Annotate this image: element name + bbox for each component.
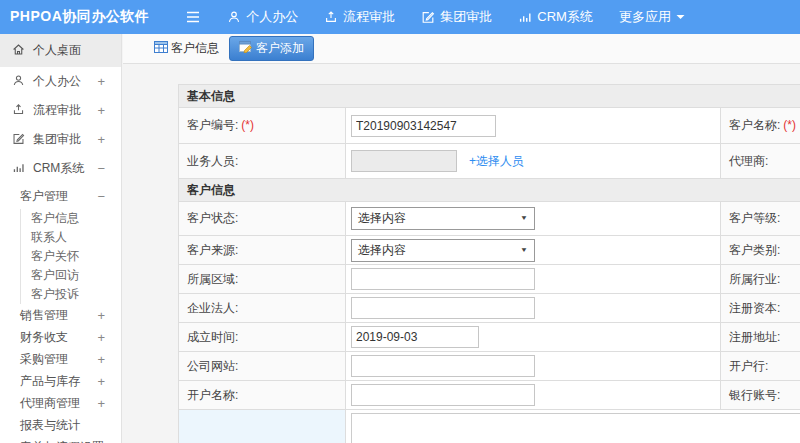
edit-icon <box>12 132 25 148</box>
label-registered-address: 注册地址: <box>721 323 800 352</box>
label-customer-code: 客户编号:(*) <box>179 108 346 144</box>
label-customer-name: 客户名称:(*) <box>721 108 800 144</box>
legal-person-input[interactable] <box>351 297 535 319</box>
collapse-icon[interactable]: − <box>97 189 105 204</box>
section-customer-info: 客户信息 <box>179 179 800 202</box>
edit-icon <box>421 10 435 24</box>
tab-customer-info[interactable]: 客户信息 <box>148 37 225 60</box>
label-bank: 开户行: <box>721 352 800 381</box>
sidebar-item-group-approval[interactable]: 集团审批 + <box>0 125 121 154</box>
caret-down-icon: ▼ <box>520 215 528 222</box>
collapse-icon[interactable]: − <box>97 161 105 176</box>
sidebar: 个人桌面 个人办公 + 流程审批 + 集团审批 + CRM系统 − 客户管理 −… <box>0 34 122 443</box>
founded-date-input[interactable] <box>351 326 479 348</box>
expand-icon[interactable]: + <box>97 374 105 389</box>
user-icon <box>12 74 25 90</box>
expand-icon[interactable]: + <box>97 396 105 411</box>
section-basic-info: 基本信息 <box>179 85 800 108</box>
tab-customer-add[interactable]: 客户添加 <box>229 36 314 61</box>
required-mark: (*) <box>241 118 254 132</box>
main-content: 客户信息 客户添加 基本信息 客户编号:(*) 客户名称:(*) 业务人员: +… <box>123 34 800 443</box>
nav-process-approval[interactable]: 流程审批 <box>324 8 395 26</box>
sidebar-item-agent-mgmt[interactable]: 代理商管理 + <box>0 392 121 414</box>
home-icon <box>12 43 25 59</box>
add-page-icon <box>239 41 253 56</box>
account-name-input[interactable] <box>351 384 535 406</box>
label-agent: 代理商: <box>721 144 800 179</box>
expand-icon[interactable]: + <box>97 132 105 147</box>
note-textarea[interactable] <box>351 413 800 443</box>
choose-person-link[interactable]: +选择人员 <box>469 154 524 168</box>
nav-group-approval[interactable]: 集团审批 <box>421 8 492 26</box>
label-region: 所属区域: <box>179 265 346 294</box>
label-founded-date: 成立时间: <box>179 323 346 352</box>
sidebar-item-reports-stats[interactable]: 报表与统计 <box>0 414 121 436</box>
customer-status-select[interactable]: 选择内容▼ <box>351 207 535 230</box>
tab-bar: 客户信息 客户添加 <box>123 34 800 64</box>
label-customer-grade: 客户等级: <box>721 202 800 236</box>
sidebar-item-customer-mgmt[interactable]: 客户管理 − <box>0 183 121 209</box>
sidebar-item-customer-revisit[interactable]: 客户回访 <box>31 266 121 285</box>
nav-crm-system[interactable]: CRM系统 <box>518 8 593 26</box>
expand-icon[interactable]: + <box>97 308 105 323</box>
customer-mgmt-children: 客户信息 联系人 客户关怀 客户回访 客户投诉 <box>20 209 121 304</box>
nav-personal-office[interactable]: 个人办公 <box>227 8 298 26</box>
customer-add-form: 基本信息 客户编号:(*) 客户名称:(*) 业务人员: +选择人员 代理商: … <box>178 84 800 443</box>
sidebar-item-purchase-mgmt[interactable]: 采购管理 + <box>0 348 121 370</box>
customer-code-input[interactable] <box>351 115 496 137</box>
expand-icon[interactable]: + <box>97 103 105 118</box>
sidebar-item-personal-office[interactable]: 个人办公 + <box>0 67 121 96</box>
label-customer-source: 客户来源: <box>179 236 346 265</box>
sidebar-item-finance[interactable]: 财务收支 + <box>0 326 121 348</box>
sidebar-item-desktop[interactable]: 个人桌面 <box>0 34 121 67</box>
top-header: PHPOA协同办公软件 个人办公 流程审批 集团审批 CRM系统 更多应用 <box>0 0 800 34</box>
nav-more-apps[interactable]: 更多应用 <box>619 8 685 26</box>
label-note <box>179 410 346 443</box>
expand-icon[interactable]: + <box>97 74 105 89</box>
label-legal-person: 企业法人: <box>179 294 346 323</box>
label-customer-status: 客户状态: <box>179 202 346 236</box>
website-input[interactable] <box>351 355 535 377</box>
customer-source-select[interactable]: 选择内容▼ <box>351 239 535 262</box>
label-customer-category: 客户类别: <box>721 236 800 265</box>
label-industry: 所属行业: <box>721 265 800 294</box>
caret-down-icon: ▼ <box>520 246 528 253</box>
crm-sibling-list: 销售管理 + 财务收支 + 采购管理 + 产品与库存 + 代理商管理 + 报表与… <box>0 304 121 443</box>
app-logo: PHPOA协同办公软件 <box>10 8 149 26</box>
user-icon <box>227 10 241 24</box>
sidebar-item-crm-system[interactable]: CRM系统 − <box>0 154 121 183</box>
sidebar-item-product-inventory[interactable]: 产品与库存 + <box>0 370 121 392</box>
region-input[interactable] <box>351 268 535 290</box>
label-bank-account: 银行账号: <box>721 381 800 410</box>
sales-person-input <box>351 150 457 172</box>
header-nav: 个人办公 流程审批 集团审批 CRM系统 更多应用 <box>201 8 685 26</box>
hamburger-menu-icon[interactable] <box>185 10 201 24</box>
label-registered-capital: 注册资本: <box>721 294 800 323</box>
sidebar-item-customer-care[interactable]: 客户关怀 <box>31 247 121 266</box>
expand-icon[interactable]: + <box>97 352 105 367</box>
label-sales-person: 业务人员: <box>179 144 346 179</box>
sidebar-item-contacts[interactable]: 联系人 <box>31 228 121 247</box>
table-icon <box>154 41 168 56</box>
sidebar-item-form-flow-settings[interactable]: 表单与流程设置+ <box>0 436 121 443</box>
sidebar-item-customer-complaint[interactable]: 客户投诉 <box>31 285 121 304</box>
share-icon <box>12 103 25 119</box>
sidebar-item-process-approval[interactable]: 流程审批 + <box>0 96 121 125</box>
expand-icon[interactable]: + <box>97 330 105 345</box>
required-mark: (*) <box>783 118 796 132</box>
caret-down-icon <box>676 14 685 20</box>
sidebar-item-customer-info[interactable]: 客户信息 <box>31 209 121 228</box>
chart-icon <box>518 10 532 24</box>
label-account-name: 开户名称: <box>179 381 346 410</box>
share-icon <box>324 10 338 24</box>
label-website: 公司网站: <box>179 352 346 381</box>
sidebar-item-sales-mgmt[interactable]: 销售管理 + <box>0 304 121 326</box>
chart-icon <box>12 161 25 177</box>
